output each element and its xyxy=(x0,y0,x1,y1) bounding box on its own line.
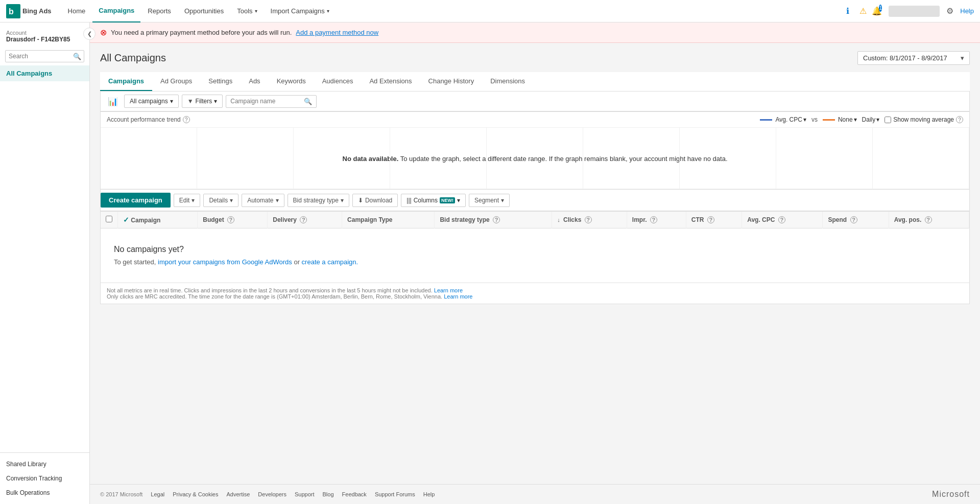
none-dropdown[interactable]: None ▾ xyxy=(838,116,857,123)
footer-support-forums[interactable]: Support Forums xyxy=(375,491,415,497)
tab-keywords[interactable]: Keywords xyxy=(269,72,314,91)
date-range-value: Custom: 8/1/2017 - 8/9/2017 xyxy=(863,54,947,62)
info-icon[interactable]: ℹ xyxy=(843,6,853,16)
impr-info-icon[interactable]: ? xyxy=(650,216,657,223)
date-range-picker[interactable]: Custom: 8/1/2017 - 8/9/2017 ▾ xyxy=(857,51,970,65)
nav-tools[interactable]: Tools ▾ xyxy=(231,0,263,22)
sidebar-shared-library[interactable]: Shared Library xyxy=(0,457,89,471)
daily-dropdown[interactable]: Daily ▾ xyxy=(862,116,880,123)
nav-campaigns[interactable]: Campaigns xyxy=(92,0,140,22)
col-spend[interactable]: Spend ? xyxy=(823,212,889,228)
filters-button[interactable]: ▼ Filters ▾ xyxy=(182,95,223,108)
col-avg-cpc[interactable]: Avg. CPC ? xyxy=(742,212,823,228)
nav-home[interactable]: Home xyxy=(62,0,92,22)
select-all-checkbox[interactable] xyxy=(106,216,112,222)
alert-banner: ⊗ You need a primary payment method befo… xyxy=(90,22,980,43)
footer-legal[interactable]: Legal xyxy=(151,491,164,497)
tab-audiences[interactable]: Audiences xyxy=(314,72,362,91)
create-campaign-link[interactable]: create a campaign. xyxy=(302,258,358,266)
ctr-info-icon[interactable]: ? xyxy=(707,216,714,223)
clicks-info-icon[interactable]: ? xyxy=(585,216,592,223)
tab-dimensions[interactable]: Dimensions xyxy=(482,72,533,91)
segment-button[interactable]: Segment ▾ xyxy=(469,194,510,207)
download-button[interactable]: ⬇ Download xyxy=(352,194,398,207)
vs-label: vs xyxy=(811,116,818,123)
sidebar-bulk-operations[interactable]: Bulk Operations xyxy=(0,486,89,500)
table-checkbox-header[interactable] xyxy=(101,212,118,228)
tab-settings[interactable]: Settings xyxy=(200,72,241,91)
col-ctr[interactable]: CTR ? xyxy=(686,212,742,228)
footer-feedback[interactable]: Feedback xyxy=(342,491,367,497)
footer-support[interactable]: Support xyxy=(295,491,315,497)
automate-button[interactable]: Automate ▾ xyxy=(242,194,284,207)
tab-ads[interactable]: Ads xyxy=(241,72,268,91)
avg-cpc-info-icon[interactable]: ? xyxy=(778,216,785,223)
edit-button[interactable]: Edit ▾ xyxy=(174,194,201,207)
details-button[interactable]: Details ▾ xyxy=(203,194,238,207)
campaign-search-input[interactable] xyxy=(230,98,302,105)
avg-cpc-dropdown[interactable]: Avg. CPC ▾ xyxy=(775,116,806,123)
chart-title-info-icon[interactable]: ? xyxy=(183,116,190,123)
user-avatar[interactable] xyxy=(889,6,940,17)
nav-reports[interactable]: Reports xyxy=(141,0,177,22)
tab-campaigns[interactable]: Campaigns xyxy=(100,72,152,91)
col-campaign-type[interactable]: Campaign Type xyxy=(342,212,435,228)
col-bid-strategy[interactable]: Bid strategy type ? xyxy=(435,212,552,228)
alert-error-icon: ⊗ xyxy=(100,28,107,37)
bell-icon[interactable]: 🔔1 xyxy=(873,6,883,16)
sidebar-search-input[interactable] xyxy=(5,50,84,62)
col-clicks[interactable]: ↓ Clicks ? xyxy=(552,212,627,228)
create-campaign-button[interactable]: Create campaign xyxy=(101,193,171,208)
col-avg-pos[interactable]: Avg. pos. ? xyxy=(889,212,969,228)
footer-developers[interactable]: Developers xyxy=(258,491,286,497)
footer-advertise[interactable]: Advertise xyxy=(227,491,250,497)
filter-icon: ▼ xyxy=(187,98,194,105)
nav-opportunities[interactable]: Opportunities xyxy=(178,0,230,22)
col-delivery[interactable]: Delivery ? xyxy=(268,212,342,228)
spend-info-icon[interactable]: ? xyxy=(850,216,857,223)
budget-info-icon[interactable]: ? xyxy=(227,216,234,223)
sidebar-conversion-tracking[interactable]: Conversion Tracking xyxy=(0,471,89,486)
col-campaign[interactable]: ✓ Campaign xyxy=(118,212,198,228)
new-badge: NEW! xyxy=(440,197,455,203)
chart-col-8 xyxy=(776,128,873,189)
footer-blog[interactable]: Blog xyxy=(323,491,334,497)
moving-avg-info-icon[interactable]: ? xyxy=(956,116,963,123)
chart-toggle-icon[interactable]: 📊 xyxy=(105,96,121,107)
columns-arrow-icon: ▾ xyxy=(457,197,460,204)
columns-button[interactable]: ||| Columns NEW! ▾ xyxy=(401,194,466,207)
tab-ad-groups[interactable]: Ad Groups xyxy=(152,72,200,91)
campaign-search-box: 🔍 xyxy=(226,95,317,108)
delivery-info-icon[interactable]: ? xyxy=(300,216,307,223)
bing-ads-logo[interactable]: b Bing Ads xyxy=(6,4,52,18)
col-impr[interactable]: Impr. ? xyxy=(627,212,686,228)
col-budget[interactable]: Budget ? xyxy=(198,212,268,228)
footer-help[interactable]: Help xyxy=(423,491,435,497)
warning-icon[interactable]: ⚠ xyxy=(858,6,868,16)
all-campaigns-dropdown[interactable]: All campaigns ▾ xyxy=(124,95,179,108)
tab-ad-extensions[interactable]: Ad Extensions xyxy=(361,72,420,91)
bid-strategy-button[interactable]: Bid strategy type ▾ xyxy=(288,194,349,207)
sidebar-item-all-campaigns[interactable]: All Campaigns xyxy=(0,65,89,81)
show-moving-average-checkbox[interactable] xyxy=(885,117,891,123)
page-title: All Campaigns xyxy=(100,52,166,64)
footer-learn-more-2[interactable]: Learn more xyxy=(444,293,472,300)
filters-arrow-icon: ▾ xyxy=(214,98,217,105)
all-campaigns-arrow-icon: ▾ xyxy=(170,98,173,105)
footer-privacy[interactable]: Privacy & Cookies xyxy=(173,491,218,497)
tab-change-history[interactable]: Change History xyxy=(420,72,483,91)
settings-icon[interactable]: ⚙ xyxy=(945,6,955,16)
avg-pos-info-icon[interactable]: ? xyxy=(925,216,932,223)
help-link[interactable]: Help xyxy=(960,7,974,15)
alert-link[interactable]: Add a payment method now xyxy=(296,29,378,36)
footer-learn-more-1[interactable]: Learn more xyxy=(434,287,463,293)
sidebar-search-icon[interactable]: 🔍 xyxy=(73,53,81,60)
import-adwords-link[interactable]: import your campaigns from Google AdWord… xyxy=(158,258,292,266)
chart-legend-avg-cpc: Avg. CPC ▾ xyxy=(760,116,806,123)
show-moving-average-label: Show moving average xyxy=(893,116,954,123)
nav-import-campaigns[interactable]: Import Campaigns ▾ xyxy=(265,0,336,22)
sidebar-collapse-button[interactable]: ❮ xyxy=(83,28,95,40)
campaign-search-icon[interactable]: 🔍 xyxy=(304,98,312,105)
chart-legend-none: None ▾ xyxy=(823,116,857,123)
bid-strategy-info-icon[interactable]: ? xyxy=(493,216,500,223)
